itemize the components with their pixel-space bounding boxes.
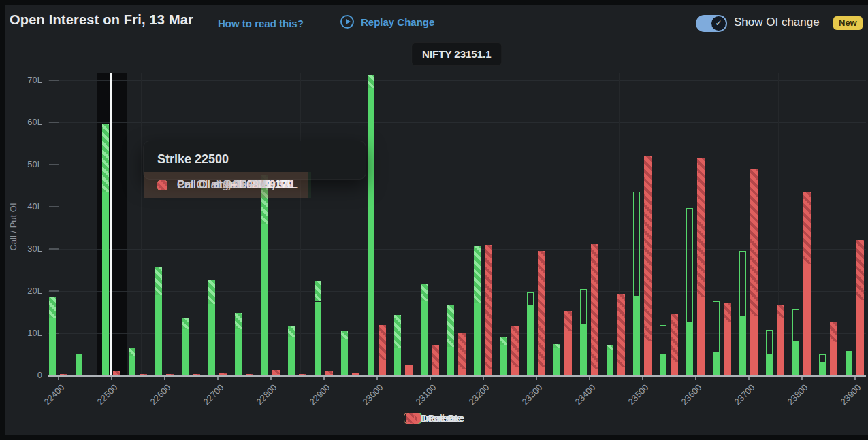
put-bar-solid[interactable] — [341, 339, 348, 375]
put-bar-solid[interactable] — [527, 306, 534, 375]
put-bar-solid[interactable] — [660, 355, 666, 375]
call-bar-hatch[interactable] — [485, 245, 492, 369]
call-bar-solid[interactable] — [750, 316, 758, 375]
put-bar-solid[interactable] — [474, 303, 481, 375]
call-bar-solid[interactable] — [379, 360, 386, 375]
put-bar-solid[interactable] — [607, 350, 613, 375]
put-bar-hatch[interactable] — [553, 344, 560, 348]
put-bar-outline[interactable] — [739, 251, 746, 317]
put-bar-solid[interactable] — [500, 345, 507, 375]
call-bar-hatch[interactable] — [511, 326, 519, 367]
call-bar-hatch[interactable] — [830, 322, 837, 342]
put-bar-solid[interactable] — [819, 362, 826, 375]
put-bar-solid[interactable] — [182, 329, 189, 375]
call-bar-solid[interactable] — [644, 341, 652, 375]
call-bar-solid[interactable] — [458, 369, 466, 375]
call-bar-hatch[interactable] — [803, 192, 811, 263]
put-bar-solid[interactable] — [421, 301, 428, 375]
call-bar-hatch[interactable] — [325, 371, 333, 374]
put-bar-solid[interactable] — [102, 192, 109, 375]
put-bar-hatch[interactable] — [182, 318, 189, 329]
call-bar-solid[interactable] — [511, 367, 519, 375]
call-bar-hatch[interactable] — [272, 370, 280, 374]
call-bar-solid[interactable] — [830, 342, 837, 375]
call-bar-hatch[interactable] — [617, 294, 625, 367]
legend-item-call-outline[interactable]: Decrease — [404, 412, 464, 424]
call-bar-hatch[interactable] — [458, 333, 466, 369]
call-bar-solid[interactable] — [671, 362, 678, 375]
put-bar-solid[interactable] — [129, 356, 135, 375]
put-bar-solid[interactable] — [155, 295, 162, 375]
put-bar-hatch[interactable] — [102, 124, 109, 193]
put-bar-hatch[interactable] — [394, 315, 401, 348]
call-bar-hatch[interactable] — [166, 374, 174, 375]
put-bar-solid[interactable] — [49, 318, 56, 375]
call-bar-hatch[interactable] — [352, 373, 359, 373]
put-bar-solid[interactable] — [792, 342, 799, 375]
put-bar-hatch[interactable] — [447, 305, 454, 347]
put-bar-solid[interactable] — [580, 324, 587, 375]
put-bar-outline[interactable] — [819, 354, 826, 362]
call-bar-hatch[interactable] — [671, 314, 678, 362]
put-bar-solid[interactable] — [368, 88, 374, 375]
call-bar-solid[interactable] — [564, 331, 572, 375]
put-bar-hatch[interactable] — [129, 348, 135, 356]
put-bar-solid[interactable] — [261, 224, 268, 375]
put-bar-hatch[interactable] — [49, 297, 56, 318]
put-bar-solid[interactable] — [288, 337, 295, 375]
put-bar-solid[interactable] — [315, 302, 321, 376]
call-bar-hatch[interactable] — [697, 158, 705, 297]
put-bar-solid[interactable] — [766, 354, 773, 375]
put-bar-solid[interactable] — [208, 304, 215, 375]
put-bar-hatch[interactable] — [235, 313, 242, 329]
call-bar-hatch[interactable] — [777, 305, 784, 318]
call-bar-hatch[interactable] — [564, 311, 572, 331]
put-bar-outline[interactable] — [527, 292, 534, 306]
call-bar-hatch[interactable] — [591, 244, 598, 369]
put-bar-hatch[interactable] — [341, 331, 348, 339]
put-bar-outline[interactable] — [766, 330, 773, 354]
call-bar-solid[interactable] — [856, 300, 864, 375]
call-bar-hatch[interactable] — [432, 345, 439, 369]
put-bar-outline[interactable] — [713, 301, 720, 353]
call-bar-hatch[interactable] — [140, 374, 147, 375]
put-bar-outline[interactable] — [846, 339, 852, 352]
put-bar-hatch[interactable] — [288, 326, 295, 337]
put-bar-solid[interactable] — [739, 317, 746, 375]
put-bar-hatch[interactable] — [474, 246, 481, 302]
call-bar-solid[interactable] — [803, 264, 811, 375]
put-bar-solid[interactable] — [235, 329, 242, 375]
call-bar-solid[interactable] — [617, 367, 625, 375]
put-bar-hatch[interactable] — [208, 280, 215, 304]
call-bar-hatch[interactable] — [379, 325, 386, 360]
put-bar-solid[interactable] — [713, 353, 720, 375]
put-bar-outline[interactable] — [580, 289, 587, 324]
call-bar-hatch[interactable] — [724, 303, 731, 322]
put-bar-outline[interactable] — [633, 192, 640, 297]
call-bar-hatch[interactable] — [644, 156, 652, 341]
put-bar-hatch[interactable] — [155, 267, 162, 295]
call-bar-solid[interactable] — [777, 318, 784, 375]
call-bar-hatch[interactable] — [538, 251, 545, 367]
put-bar-hatch[interactable] — [315, 281, 321, 301]
put-bar-solid[interactable] — [633, 297, 640, 375]
put-bar-solid[interactable] — [553, 348, 560, 375]
put-bar-solid[interactable] — [686, 323, 693, 375]
call-bar-solid[interactable] — [591, 369, 598, 375]
call-bar-solid[interactable] — [432, 369, 439, 375]
call-bar-hatch[interactable] — [219, 373, 227, 374]
call-bar-solid[interactable] — [485, 369, 492, 375]
call-bar-solid[interactable] — [538, 367, 545, 375]
put-bar-solid[interactable] — [76, 354, 82, 375]
put-bar-hatch[interactable] — [500, 337, 507, 345]
put-bar-outline[interactable] — [660, 325, 666, 355]
put-bar-hatch[interactable] — [421, 284, 428, 301]
put-bar-outline[interactable] — [686, 208, 693, 323]
put-bar-outline[interactable] — [792, 309, 799, 342]
put-bar-solid[interactable] — [447, 347, 454, 375]
put-bar-solid[interactable] — [394, 348, 401, 375]
put-bar-hatch[interactable] — [607, 345, 613, 350]
put-bar-hatch[interactable] — [368, 75, 374, 88]
put-bar-solid[interactable] — [846, 352, 852, 375]
call-bar-hatch[interactable] — [750, 169, 758, 316]
